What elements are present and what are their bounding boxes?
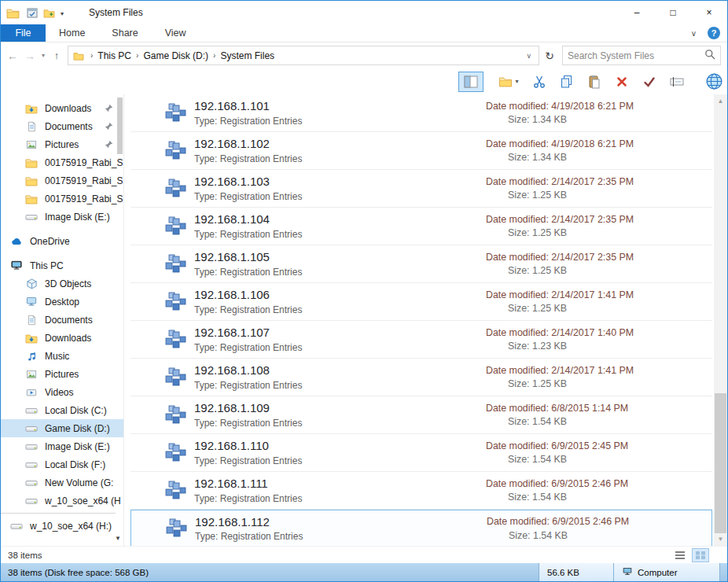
ribbon-collapse-icon[interactable]: ∨ (691, 29, 697, 38)
sidebar-item-music[interactable]: Music (1, 347, 123, 365)
select-items-button[interactable] (639, 72, 660, 92)
tab-view[interactable]: View (152, 24, 200, 42)
breadcrumb-this-pc[interactable]: This PC (97, 50, 131, 61)
file-row-192-168-1-111[interactable]: 192.168.1.111Type: Registration EntriesD… (131, 472, 712, 510)
file-type-label: Type: (194, 191, 217, 202)
registry-file-icon (164, 290, 187, 314)
file-row-192-168-1-105[interactable]: 192.168.1.105Type: Registration EntriesD… (131, 245, 712, 283)
sidebar-item-onedrive[interactable]: OneDrive (1, 232, 123, 250)
tab-share[interactable]: Share (98, 24, 151, 42)
sidebar-list: DownloadsDocumentsPictures00175919_Rabi_… (1, 99, 123, 535)
folder-icon (25, 193, 38, 205)
sidebar-item-documents[interactable]: Documents (1, 311, 123, 329)
sidebar-item-label: Downloads (45, 103, 105, 114)
back-button[interactable]: ← (4, 46, 21, 65)
file-row-192-168-1-102[interactable]: 192.168.1.102Type: Registration EntriesD… (131, 132, 712, 170)
file-size-value: 1.54 KB (532, 492, 567, 503)
file-type-value: Registration Entries (220, 116, 303, 127)
sidebar-item-00175919-rabi-s[interactable]: 00175919_Rabi_S (1, 190, 123, 208)
close-button[interactable]: × (691, 1, 727, 24)
file-type-value: Registration Entries (220, 191, 303, 202)
paste-button[interactable] (584, 72, 605, 92)
breadcrumb-system-files[interactable]: System Files (220, 50, 274, 61)
scroll-down-icon[interactable]: ▼ (714, 532, 727, 546)
file-date-value: 6/8/2015 1:14 PM (551, 403, 628, 414)
file-type-label: Type: (194, 229, 217, 240)
sidebar-scroll-down-icon[interactable]: ▼ (112, 533, 123, 543)
search-input[interactable] (568, 50, 704, 61)
registry-file-icon (164, 479, 187, 503)
file-row-192-168-1-103[interactable]: 192.168.1.103Type: Registration EntriesD… (131, 170, 712, 208)
navigation-pane: DownloadsDocumentsPictures00175919_Rabi_… (1, 94, 124, 546)
file-size-label: Size: (508, 190, 530, 201)
thumbnails-view-icon[interactable] (692, 548, 709, 562)
scroll-up-icon[interactable]: ▲ (714, 94, 727, 108)
rename-button[interactable] (667, 72, 687, 92)
sidebar-item-local-disk-f[interactable]: Local Disk (F:) (1, 455, 123, 473)
qat-dropdown-icon[interactable]: ▾ (61, 9, 64, 17)
sidebar-item-w-10-soe-x64-h[interactable]: w_10_soe_x64 (H:) (1, 517, 123, 535)
sidebar-item-new-volume-g[interactable]: New Volume (G: (1, 473, 123, 492)
preview-pane-toggle[interactable] (458, 72, 483, 92)
scrollbar-thumb[interactable] (715, 393, 726, 533)
delete-button[interactable] (612, 72, 632, 92)
sidebar-item-desktop[interactable]: Desktop (1, 293, 123, 311)
file-row-192-168-1-106[interactable]: 192.168.1.106Type: Registration EntriesD… (131, 283, 712, 321)
properties-icon[interactable] (27, 8, 38, 18)
file-row-192-168-1-108[interactable]: 192.168.1.108Type: Registration EntriesD… (131, 359, 712, 396)
new-folder-icon[interactable] (43, 8, 55, 18)
maximize-button[interactable]: □ (655, 1, 691, 24)
details-view-icon[interactable] (671, 548, 689, 562)
vertical-scrollbar[interactable]: ▲ ▼ (714, 94, 727, 546)
forward-button[interactable]: → (21, 46, 39, 65)
sidebar-scrollbar-thumb[interactable] (117, 98, 123, 154)
breadcrumb-separator-icon: › (131, 51, 143, 60)
file-row-192-168-1-101[interactable]: 192.168.1.101Type: Registration EntriesD… (131, 94, 712, 132)
sidebar-item-label: Image Disk (E:) (45, 441, 123, 452)
new-folder-button[interactable]: ▾ (498, 72, 519, 92)
sidebar-item-downloads[interactable]: Downloads (1, 99, 123, 117)
sidebar-item-this-pc[interactable]: This PC (1, 256, 123, 274)
file-row-192-168-1-110[interactable]: 192.168.1.110Type: Registration EntriesD… (131, 434, 712, 472)
file-row-192-168-1-104[interactable]: 192.168.1.104Type: Registration EntriesD… (131, 208, 712, 245)
sidebar-item-pictures[interactable]: Pictures (1, 365, 123, 383)
sidebar-item-w-10-soe-x64-h[interactable]: w_10_soe_x64 (H (1, 492, 123, 510)
sidebar-item-documents[interactable]: Documents (1, 117, 123, 135)
file-type-label: Type: (195, 531, 218, 542)
file-date-value: 6/9/2015 2:45 PM (551, 440, 628, 451)
sidebar-item-3d-objects[interactable]: 3D Objects (1, 274, 123, 293)
breadcrumb-game-disk[interactable]: Game Disk (D:) (143, 50, 208, 61)
drive-icon (25, 495, 38, 507)
help-icon[interactable]: ? (708, 27, 720, 39)
sidebar-item-downloads[interactable]: Downloads (1, 329, 123, 347)
globe-icon[interactable] (704, 72, 724, 92)
sidebar-item-00175919-rabi-s[interactable]: 00175919_Rabi_S (1, 153, 123, 171)
sidebar-item-label: Music (45, 351, 123, 362)
copy-button[interactable] (557, 72, 577, 92)
file-row-192-168-1-109[interactable]: 192.168.1.109Type: Registration EntriesD… (131, 396, 712, 434)
refresh-icon[interactable]: ↻ (539, 46, 560, 65)
sidebar-item-00175919-rabi-s[interactable]: 00175919_Rabi_S (1, 171, 123, 190)
up-button[interactable]: ↑ (48, 46, 65, 65)
recent-locations-icon[interactable]: ▾ (39, 46, 48, 65)
address-box[interactable]: › This PC › Game Disk (D:) › System File… (68, 46, 539, 65)
tab-file[interactable]: File (1, 24, 46, 42)
file-name: 192.168.1.106 (194, 288, 302, 301)
file-date-label: Date modified: (486, 440, 549, 451)
tab-home[interactable]: Home (46, 24, 98, 42)
file-size-label: Size: (508, 341, 530, 352)
sidebar-item-game-disk-d[interactable]: Game Disk (D:) (1, 419, 123, 437)
sidebar-item-image-disk-e[interactable]: Image Disk (E:) (1, 208, 123, 226)
minimize-button[interactable]: – (619, 1, 655, 24)
sidebar-item-local-disk-c[interactable]: Local Disk (C:) (1, 401, 123, 419)
sidebar-item-image-disk-e[interactable]: Image Disk (E:) (1, 437, 123, 455)
file-row-192-168-1-107[interactable]: 192.168.1.107Type: Registration EntriesD… (131, 321, 712, 359)
address-dropdown-icon[interactable]: ∨ (520, 52, 537, 60)
sidebar-item-pictures[interactable]: Pictures (1, 135, 123, 153)
file-date-label: Date modified: (486, 403, 549, 414)
search-icon[interactable] (704, 49, 715, 63)
file-row-192-168-1-112[interactable]: 192.168.1.112Type: Registration EntriesD… (131, 510, 712, 546)
cut-button[interactable] (529, 72, 550, 92)
sidebar-item-videos[interactable]: Videos (1, 383, 123, 401)
file-date-value: 2/14/2017 1:41 PM (551, 289, 634, 300)
